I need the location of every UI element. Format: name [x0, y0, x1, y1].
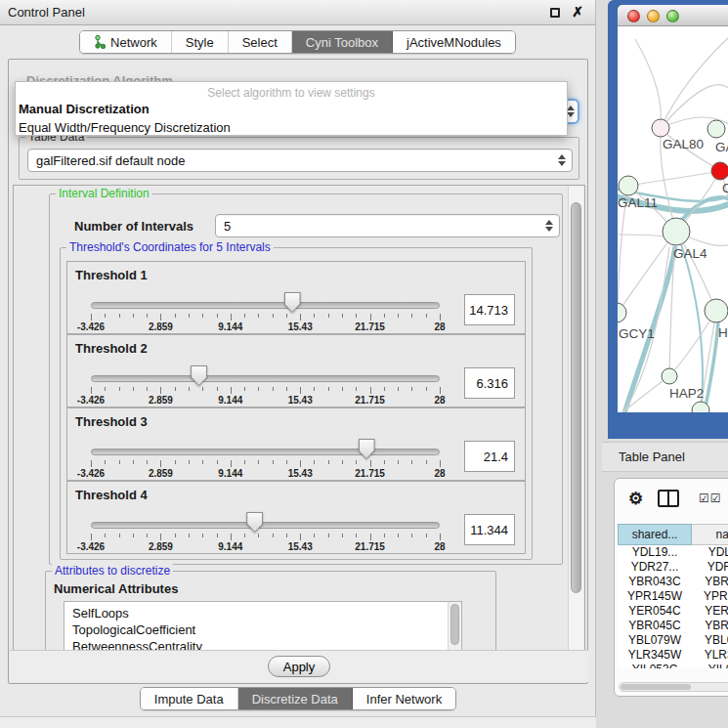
table-row[interactable]: YBR043CYBR043C	[618, 575, 728, 589]
network-node-GA[interactable]	[707, 120, 725, 138]
slider-thumb[interactable]	[359, 439, 375, 459]
cell-shared-name: YBL079W	[618, 633, 692, 648]
slider-thumb[interactable]	[191, 365, 207, 386]
attributes-scrollbar-thumb[interactable]	[450, 604, 459, 645]
slider-tick	[91, 387, 92, 394]
table-horizontal-scrollbar[interactable]	[619, 682, 728, 692]
panel-scrollbar-thumb[interactable]	[571, 202, 581, 593]
threshold-value-field[interactable]	[464, 367, 515, 399]
threshold-value-field[interactable]	[464, 294, 515, 325]
menu-item-manual-discretization[interactable]: Manual Discretization	[16, 100, 567, 118]
attribute-list-item[interactable]: SelfLoops	[72, 605, 461, 621]
tab-cyni-toolbox[interactable]: Cyni Toolbox	[292, 31, 393, 53]
threshold-box-2: Threshold 2-3.4262.8599.14415.4321.71528	[66, 334, 526, 407]
table-row[interactable]: YER054CYER054C	[618, 604, 728, 619]
tab-discretize-data[interactable]: Discretize Data	[238, 688, 353, 709]
slider-tick	[258, 534, 259, 537]
table-data-combobox[interactable]: galFiltered.sif default node	[27, 149, 573, 172]
slider-tick	[411, 534, 412, 537]
columns-icon[interactable]	[658, 490, 679, 507]
network-node-label-GCY1: GCY1	[619, 326, 655, 341]
cell-name: YPR145W	[692, 589, 728, 604]
threshold-value-field[interactable]	[464, 441, 515, 472]
threshold-value-field[interactable]	[464, 514, 515, 545]
table-row[interactable]: YLR345WYLR345W	[618, 648, 728, 663]
attribute-list-item[interactable]: TopologicalCoefficient	[72, 621, 461, 638]
bottom-strip	[0, 716, 596, 728]
slider-tick-label: 21.715	[355, 395, 385, 406]
column-header-shared-name[interactable]: shared...	[618, 524, 692, 545]
slider-track[interactable]	[91, 302, 440, 309]
network-node-GAL80[interactable]	[652, 119, 669, 137]
network-node-GAL4[interactable]	[663, 218, 690, 245]
tab-style[interactable]: Style	[172, 31, 229, 53]
table-row[interactable]: YIL053CYIL053C	[618, 663, 728, 668]
select-columns-icon[interactable]: ☑☑	[699, 492, 722, 505]
slider-tick-label: 28	[434, 541, 445, 552]
slider-tick	[258, 387, 259, 391]
mac-close-icon[interactable]	[627, 10, 640, 22]
table-row[interactable]: YBL079WYBL079W	[618, 633, 728, 648]
slider-tick	[244, 460, 245, 464]
slider-tick	[411, 387, 412, 391]
slider-tick	[426, 387, 427, 391]
gear-icon[interactable]: ⚙	[628, 489, 643, 509]
close-icon[interactable]: ✗	[572, 4, 583, 20]
slider-tick	[147, 534, 148, 537]
slider-tick	[217, 460, 218, 464]
slider-track[interactable]	[91, 449, 440, 455]
cyni-toolbox-panel: Discretization Algorithm Select algorith…	[8, 59, 588, 684]
table-panel-header[interactable]: Table Panel	[602, 442, 728, 472]
table-toolbar: ⚙ ☑☑	[615, 479, 728, 522]
table-row[interactable]: YBR045CYBR045C	[618, 619, 728, 633]
numerical-attributes-listbox[interactable]: SelfLoopsTopologicalCoefficientBetweenne…	[64, 601, 462, 652]
slider-tick	[175, 534, 176, 537]
tab-jactivemnodules-label: jActiveMNodules	[407, 35, 501, 50]
network-node-HAP2[interactable]	[662, 368, 677, 384]
apply-button[interactable]: Apply	[268, 656, 330, 677]
table-hscrollbar-thumb[interactable]	[621, 684, 691, 690]
menu-item-equal-width-frequency[interactable]: Equal Width/Frequency Discretization	[16, 118, 567, 137]
tab-infer-network[interactable]: Infer Network	[353, 688, 455, 709]
cell-name: YER054C	[692, 604, 728, 619]
slider-tick	[202, 387, 203, 391]
float-window-icon[interactable]	[550, 8, 560, 18]
network-node-GAL11[interactable]	[619, 176, 638, 195]
tab-network[interactable]: Network	[80, 31, 172, 53]
slider-tick	[286, 460, 287, 464]
network-node-C[interactable]	[711, 162, 728, 180]
slider-track[interactable]	[91, 522, 440, 529]
network-node-GCY1[interactable]	[608, 303, 626, 322]
network-node-label-GAL11: GAL11	[618, 195, 658, 210]
network-window-titlebar[interactable]	[618, 5, 728, 26]
slider-tick	[119, 534, 120, 537]
slider-track[interactable]	[91, 375, 440, 382]
tab-jactivemnodules[interactable]: jActiveMNodules	[393, 31, 515, 53]
slider-tick	[244, 534, 245, 537]
network-node-node[interactable]	[692, 402, 709, 419]
slider-thumb[interactable]	[284, 292, 301, 313]
mac-minimize-icon[interactable]	[647, 10, 660, 22]
panel-vertical-scrollbar[interactable]	[568, 187, 583, 650]
slider-tick	[342, 387, 343, 391]
slider-tick	[133, 460, 134, 464]
number-of-intervals-combobox[interactable]: 5	[215, 214, 560, 237]
attributes-scrollbar[interactable]	[448, 602, 461, 652]
tab-select[interactable]: Select	[229, 31, 292, 53]
cell-shared-name: YER054C	[618, 604, 692, 619]
slider-thumb[interactable]	[246, 512, 263, 533]
table-row[interactable]: YDR27...YDR27...	[618, 560, 728, 575]
threshold-label: Threshold 4	[75, 488, 148, 502]
network-node-H[interactable]	[705, 299, 728, 322]
control-panel: Control Panel ✗ Network Style Select	[0, 0, 596, 728]
slider-tick	[426, 314, 427, 318]
mac-zoom-icon[interactable]	[666, 10, 679, 22]
tab-impute-data[interactable]: Impute Data	[141, 688, 238, 709]
table-data-fieldset: Table Data galFiltered.sif default node	[19, 137, 579, 180]
bottom-tabbar: Impute Data Discretize Data Infer Networ…	[0, 687, 596, 710]
column-header-name[interactable]: name	[692, 524, 728, 545]
table-row[interactable]: YDL19...YDL19...	[618, 545, 728, 560]
network-view[interactable]: GAL80GACGAL11GAL4GCY1HHAP2	[608, 0, 728, 439]
table-row[interactable]: YPR145WYPR145W	[618, 589, 728, 604]
slider-tick-label: -3.426	[77, 321, 105, 332]
